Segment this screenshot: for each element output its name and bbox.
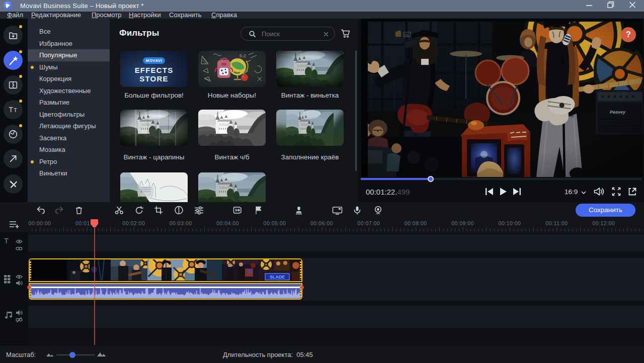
svg-text:5-2: 5-2 (239, 53, 246, 58)
svg-text:00:07:00: 00:07:00 (357, 220, 380, 226)
svg-text:00:11:00: 00:11:00 (545, 220, 568, 226)
svg-text:00:04:00: 00:04:00 (216, 220, 239, 226)
svg-text:00:08:00: 00:08:00 (405, 220, 427, 226)
svg-text:00:10:00: 00:10:00 (499, 220, 521, 226)
svg-text:00:09:00: 00:09:00 (451, 220, 474, 226)
svg-text:SLADE: SLADE (270, 275, 285, 280)
svg-text:00:02:00: 00:02:00 (122, 220, 145, 226)
svg-text:00:00:00: 00:00:00 (29, 220, 51, 226)
svg-text:T: T (14, 107, 17, 113)
svg-text:00:12:00: 00:12:00 (592, 220, 615, 226)
svg-text:T: T (9, 106, 14, 114)
svg-text:00:06:00: 00:06:00 (310, 220, 333, 226)
svg-text:00:03:00: 00:03:00 (170, 220, 192, 226)
svg-text:00:05:00: 00:05:00 (264, 220, 286, 226)
